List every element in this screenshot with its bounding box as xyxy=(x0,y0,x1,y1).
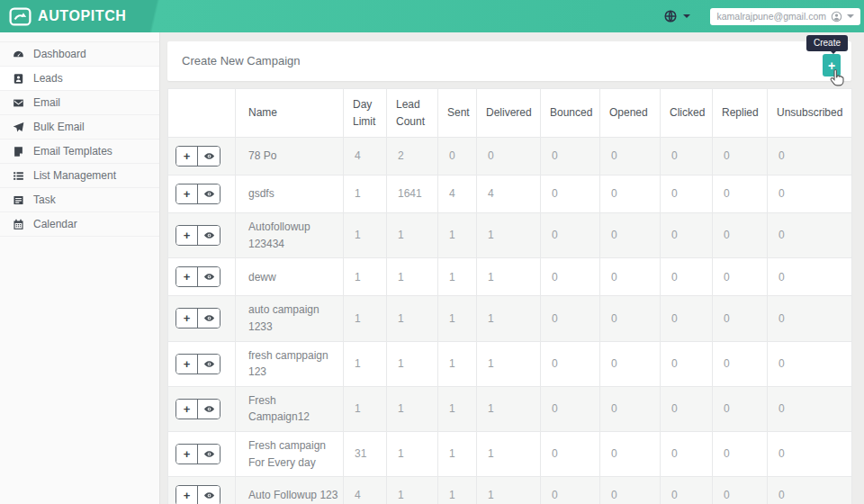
cell-sent: 1 xyxy=(438,431,477,476)
language-menu-button[interactable] xyxy=(663,9,690,23)
cell-sent: 1 xyxy=(438,386,477,431)
plus-icon: + xyxy=(184,230,191,241)
col-clicked: Clicked xyxy=(661,89,713,138)
view-campaign-button[interactable] xyxy=(198,400,220,418)
create-tooltip: Create xyxy=(806,35,848,51)
sidebar-item-email-templates[interactable]: Email Templates xyxy=(0,140,159,164)
add-followup-button[interactable]: + xyxy=(176,309,198,328)
cell-bounced: 0 xyxy=(541,213,600,258)
plus-icon: + xyxy=(184,448,191,460)
cell-clicked: 0 xyxy=(661,386,713,431)
campaign-name: Auto Followup 123 xyxy=(236,477,344,504)
sidebar-item-task[interactable]: Task xyxy=(0,188,159,212)
cell-sent: 0 xyxy=(438,138,477,176)
cell-replied: 0 xyxy=(713,341,768,386)
eye-icon xyxy=(203,271,215,283)
row-actions: + xyxy=(176,184,220,204)
cell-lead-count: 2 xyxy=(387,138,438,176)
view-campaign-button[interactable] xyxy=(198,486,220,504)
row-actions: + xyxy=(176,266,220,287)
view-campaign-button[interactable] xyxy=(198,184,220,203)
add-followup-button[interactable]: + xyxy=(176,184,198,203)
campaign-table: Name Day Limit Lead Count Sent Delivered… xyxy=(167,88,852,504)
top-bar: AUTOPITCH kamalrajpune@gmail.com xyxy=(0,0,864,32)
table-row: + Autofollowup 123434 1 1 1 1 0 0 0 0 0 xyxy=(168,213,852,258)
col-day-limit: Day Limit xyxy=(344,89,387,138)
table-row: + Fresh Campaign12 1 1 1 1 0 0 0 0 0 xyxy=(168,386,852,431)
main-content: Create New Campaign Create + Name Day Li… xyxy=(160,32,864,504)
view-campaign-button[interactable] xyxy=(198,355,220,374)
campaign-name: auto campaign 1233 xyxy=(236,296,344,341)
eye-icon xyxy=(203,490,215,501)
add-followup-button[interactable]: + xyxy=(176,355,198,374)
table-row: + auto campaign 1233 1 1 1 1 0 0 0 0 0 xyxy=(168,296,852,341)
cell-day-limit: 1 xyxy=(344,176,387,213)
add-followup-button[interactable]: + xyxy=(176,486,198,504)
cell-clicked: 0 xyxy=(661,138,713,176)
add-followup-button[interactable]: + xyxy=(176,147,198,166)
table-row: + Auto Followup 123 4 1 1 1 0 0 0 0 0 xyxy=(168,477,852,504)
cell-sent: 1 xyxy=(438,258,477,296)
sidebar-item-email[interactable]: Email xyxy=(0,91,159,115)
cell-bounced: 0 xyxy=(541,431,600,476)
globe-icon xyxy=(663,9,678,23)
add-followup-button[interactable]: + xyxy=(176,445,198,464)
email-templates-icon xyxy=(12,146,24,158)
plus-icon: + xyxy=(184,358,191,370)
cell-bounced: 0 xyxy=(541,341,600,386)
row-actions: + xyxy=(176,444,220,464)
add-followup-button[interactable]: + xyxy=(176,267,198,286)
cell-replied: 0 xyxy=(713,258,768,296)
sidebar-item-label: Bulk Email xyxy=(33,121,85,133)
table-row: + gsdfs 1 1641 4 4 0 0 0 0 0 xyxy=(168,176,852,213)
view-campaign-button[interactable] xyxy=(198,226,220,245)
cell-sent: 1 xyxy=(438,477,477,504)
bulk-email-icon xyxy=(12,122,24,133)
cell-unsubscribed: 0 xyxy=(768,431,852,476)
eye-icon xyxy=(203,230,215,241)
sidebar-item-list-management[interactable]: List Management xyxy=(0,164,159,188)
cell-day-limit: 31 xyxy=(344,431,387,476)
sidebar-item-leads[interactable]: Leads xyxy=(0,67,159,91)
row-actions: + xyxy=(176,225,220,246)
sidebar-item-bulk-email[interactable]: Bulk Email xyxy=(0,115,159,140)
add-followup-button[interactable]: + xyxy=(176,400,198,418)
table-row: + Fresh campaign For Every day 31 1 1 1 … xyxy=(168,431,852,476)
eye-icon xyxy=(203,312,215,324)
eye-icon xyxy=(203,403,215,415)
cell-delivered: 1 xyxy=(477,431,541,476)
campaign-name: fresh camppaign 123 xyxy=(236,341,344,386)
view-campaign-button[interactable] xyxy=(198,267,220,286)
dashboard-icon xyxy=(12,49,24,60)
cell-day-limit: 1 xyxy=(344,213,387,258)
cell-day-limit: 4 xyxy=(344,477,387,504)
user-menu-button[interactable]: kamalrajpune@gmail.com xyxy=(710,8,860,25)
col-delivered: Delivered xyxy=(477,89,541,138)
cell-opened: 0 xyxy=(600,386,661,431)
view-campaign-button[interactable] xyxy=(198,147,220,166)
row-actions: + xyxy=(176,485,220,504)
email-icon xyxy=(12,97,24,109)
add-followup-button[interactable]: + xyxy=(176,226,198,245)
cell-lead-count: 1 xyxy=(387,431,438,476)
cell-unsubscribed: 0 xyxy=(768,386,852,431)
view-campaign-button[interactable] xyxy=(198,445,220,464)
cell-sent: 1 xyxy=(438,296,477,341)
sidebar-item-calendar[interactable]: Calendar xyxy=(0,212,159,237)
plus-icon: + xyxy=(184,312,191,324)
cell-unsubscribed: 0 xyxy=(768,176,852,213)
table-row: + 78 Po 4 2 0 0 0 0 0 0 0 xyxy=(168,138,852,176)
cell-opened: 0 xyxy=(600,341,661,386)
cell-lead-count: 1 xyxy=(387,296,438,341)
sidebar-item-dashboard[interactable]: Dashboard xyxy=(0,42,159,67)
col-bounced: Bounced xyxy=(541,89,600,138)
cell-replied: 0 xyxy=(713,431,768,476)
cell-bounced: 0 xyxy=(541,258,600,296)
row-actions: + xyxy=(176,308,220,328)
view-campaign-button[interactable] xyxy=(198,309,220,328)
cell-bounced: 0 xyxy=(541,176,600,213)
caret-down-icon xyxy=(847,14,854,18)
cell-replied: 0 xyxy=(713,386,768,431)
sidebar-item-label: Email Templates xyxy=(33,145,112,158)
cell-opened: 0 xyxy=(600,477,661,504)
